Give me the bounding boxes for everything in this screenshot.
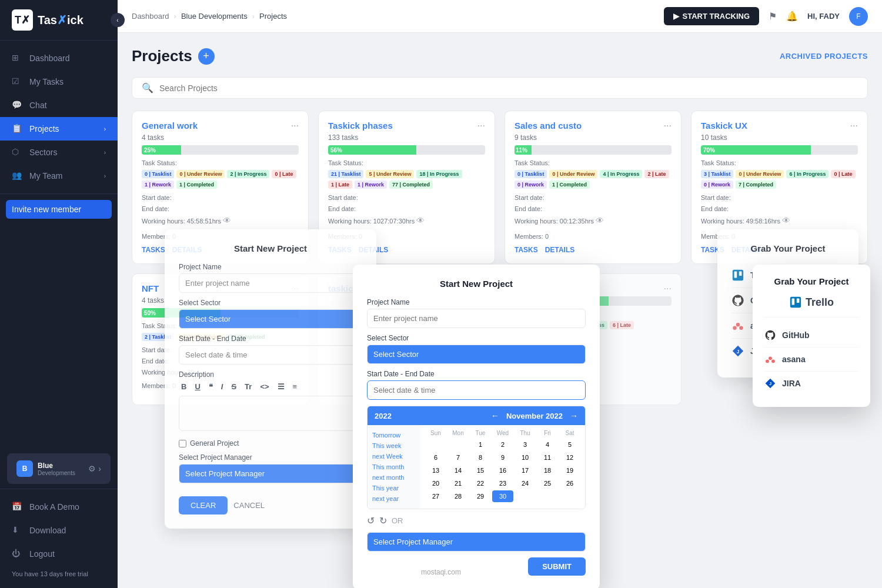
- date-input-back[interactable]: [179, 345, 362, 365]
- cal-day-30[interactable]: 30: [492, 490, 513, 502]
- shortcut-next-year[interactable]: next year: [372, 493, 416, 504]
- sidebar-item-invite[interactable]: Invite new member: [6, 200, 112, 219]
- archived-projects-link[interactable]: ARCHIVED PROJECTS: [780, 52, 868, 61]
- description-textarea-back[interactable]: [179, 396, 362, 431]
- shortcut-next-month[interactable]: next month: [372, 472, 416, 483]
- tasks-btn[interactable]: TASKS: [514, 246, 538, 254]
- sector-select-back[interactable]: Select Sector: [179, 309, 362, 329]
- sidebar-item-my-tasks[interactable]: ☑ My Tasks: [0, 70, 118, 93]
- sidebar-item-book-demo[interactable]: 📅 Book A Demo: [0, 495, 118, 519]
- cal-day-25[interactable]: 25: [537, 477, 558, 489]
- cal-day-9[interactable]: 9: [492, 452, 513, 463]
- cal-day-16[interactable]: 16: [492, 465, 513, 476]
- add-project-btn[interactable]: +: [198, 48, 215, 65]
- cal-next-btn[interactable]: →: [570, 411, 578, 420]
- cal-day-7[interactable]: 7: [447, 452, 469, 463]
- trello-logo-large[interactable]: Trello: [764, 296, 858, 309]
- cal-day-23[interactable]: 23: [492, 477, 513, 489]
- cal-day-19[interactable]: 19: [559, 465, 580, 476]
- clear-btn-back[interactable]: CLEAR: [179, 496, 228, 514]
- cal-day-24[interactable]: 24: [514, 477, 536, 489]
- card-menu-icon[interactable]: ···: [850, 121, 858, 131]
- eye-icon[interactable]: 👁: [596, 216, 604, 225]
- sidebar-item-download[interactable]: ⬇ Download: [0, 519, 118, 542]
- workspace-section[interactable]: B Blue Developments ⚙ ›: [7, 453, 111, 484]
- manager-select-front[interactable]: Select Project Manager: [367, 532, 586, 552]
- cal-day-4[interactable]: 4: [537, 439, 558, 450]
- details-btn[interactable]: DETAILS: [545, 246, 574, 254]
- undo-btn[interactable]: ↺: [367, 515, 375, 526]
- shortcut-this-month[interactable]: This month: [372, 462, 416, 472]
- cal-day-20[interactable]: 20: [425, 477, 446, 489]
- manager-select-back[interactable]: Select Project Manager: [179, 464, 362, 483]
- cal-day-11[interactable]: 11: [537, 452, 558, 463]
- ul-btn[interactable]: ☰: [275, 381, 287, 392]
- cal-day-6[interactable]: 6: [425, 452, 446, 463]
- strike-btn[interactable]: S: [229, 381, 239, 392]
- sidebar-item-dashboard[interactable]: ⊞ Dashboard: [0, 46, 118, 70]
- search-input[interactable]: [159, 83, 858, 93]
- code-btn[interactable]: <>: [258, 381, 271, 392]
- sidebar-item-chat[interactable]: 💬 Chat: [0, 93, 118, 117]
- user-avatar[interactable]: F: [849, 7, 868, 26]
- cal-day-2[interactable]: 2: [492, 439, 513, 450]
- cal-day-13[interactable]: 13: [425, 465, 446, 476]
- shortcut-tomorrow[interactable]: Tomorrow: [372, 430, 416, 440]
- quote-btn[interactable]: ❝: [206, 381, 215, 392]
- card-menu-icon[interactable]: ···: [664, 121, 671, 131]
- project-name-input-front[interactable]: [367, 309, 586, 328]
- project-name-input-back[interactable]: [179, 273, 362, 293]
- eye-icon[interactable]: 👁: [416, 216, 425, 225]
- card-menu-icon[interactable]: ···: [664, 283, 671, 294]
- bold-btn[interactable]: B: [179, 381, 189, 392]
- asana-integration-front[interactable]: asana: [764, 348, 858, 372]
- cal-day-10[interactable]: 10: [514, 452, 536, 463]
- italic-btn[interactable]: I: [219, 381, 226, 392]
- eye-icon[interactable]: 👁: [782, 216, 790, 225]
- date-input-front[interactable]: [367, 380, 586, 400]
- cancel-btn-back[interactable]: CANCEL: [233, 496, 265, 514]
- shortcut-this-week[interactable]: This week: [372, 440, 416, 451]
- sidebar-item-my-team[interactable]: 👥 My Team ›: [0, 164, 118, 188]
- tr-btn[interactable]: Tr: [242, 381, 254, 392]
- cal-day-18[interactable]: 18: [537, 465, 558, 476]
- cal-day-29[interactable]: 29: [470, 490, 491, 502]
- card-menu-icon[interactable]: ···: [477, 121, 485, 131]
- cal-day-22[interactable]: 22: [470, 477, 491, 489]
- card-menu-icon[interactable]: ···: [291, 121, 299, 131]
- cal-day-27[interactable]: 27: [425, 490, 446, 502]
- submit-btn[interactable]: SUBMIT: [528, 557, 586, 576]
- sidebar-item-projects[interactable]: 📋 Projects ›: [0, 117, 118, 141]
- cal-day-26[interactable]: 26: [559, 477, 580, 489]
- cal-day-3[interactable]: 3: [514, 439, 536, 450]
- cal-day-12[interactable]: 12: [559, 452, 580, 463]
- breadcrumb-blue-developments[interactable]: Blue Developments: [181, 12, 248, 21]
- cal-day-8[interactable]: 8: [470, 452, 491, 463]
- shortcut-next-week[interactable]: next Week: [372, 451, 416, 462]
- cal-day-1[interactable]: 1: [470, 439, 491, 450]
- sector-select-front[interactable]: Select Sector: [367, 345, 586, 364]
- cal-day-17[interactable]: 17: [514, 465, 536, 476]
- cal-day-15[interactable]: 15: [470, 465, 491, 476]
- jira-integration-front[interactable]: J JIRA: [764, 372, 858, 395]
- tasks-btn[interactable]: TASKS: [142, 246, 165, 254]
- github-integration-front[interactable]: GitHub: [764, 323, 858, 348]
- ol-btn[interactable]: ≡: [290, 381, 300, 392]
- breadcrumb-dashboard[interactable]: Dashboard: [132, 12, 169, 21]
- sidebar-item-logout[interactable]: ⏻ Logout: [0, 542, 118, 566]
- shortcut-this-year[interactable]: This year: [372, 483, 416, 493]
- cal-prev-btn[interactable]: ←: [491, 411, 499, 420]
- sidebar-collapse-btn[interactable]: ‹: [111, 13, 125, 27]
- start-tracking-btn[interactable]: ▶ START TRACKING: [664, 7, 760, 25]
- redo-btn[interactable]: ↻: [379, 515, 387, 526]
- cal-day-5[interactable]: 5: [559, 439, 580, 450]
- cal-day-28[interactable]: 28: [447, 490, 469, 502]
- sidebar-item-sectors[interactable]: ⬡ Sectors ›: [0, 141, 118, 164]
- eye-icon[interactable]: 👁: [223, 216, 231, 225]
- flag-icon[interactable]: ⚑: [769, 11, 777, 22]
- cal-day-21[interactable]: 21: [447, 477, 469, 489]
- general-project-checkbox[interactable]: [179, 440, 186, 447]
- workspace-settings-icon[interactable]: ⚙ ›: [88, 464, 101, 473]
- cal-day-14[interactable]: 14: [447, 465, 469, 476]
- bell-icon[interactable]: 🔔: [786, 11, 798, 22]
